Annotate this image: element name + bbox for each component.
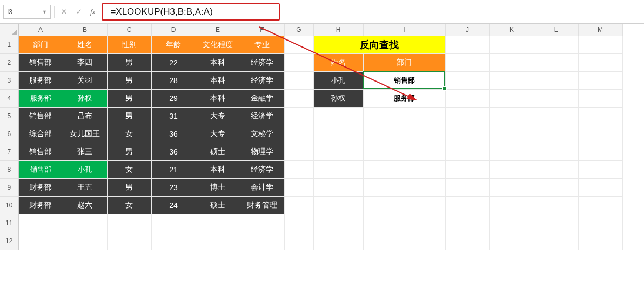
cell[interactable] — [63, 214, 107, 232]
cell[interactable]: 36 — [151, 125, 196, 143]
select-all-corner[interactable] — [0, 24, 18, 36]
cell[interactable]: 28 — [151, 71, 196, 89]
row-header[interactable]: 4 — [0, 89, 18, 107]
table-header-cell[interactable]: 文化程度 — [196, 36, 240, 53]
cell[interactable] — [107, 232, 151, 250]
cell[interactable]: 博士 — [196, 178, 240, 196]
col-header[interactable]: F — [240, 24, 284, 36]
cell[interactable]: 29 — [151, 89, 196, 107]
cell[interactable] — [284, 53, 313, 71]
cell[interactable] — [534, 125, 578, 143]
cell[interactable] — [151, 232, 196, 250]
cell[interactable] — [284, 107, 313, 125]
row-header[interactable]: 5 — [0, 107, 18, 125]
cell[interactable] — [578, 71, 622, 89]
cell[interactable] — [534, 71, 578, 89]
cell[interactable] — [284, 232, 313, 250]
cell[interactable] — [489, 143, 534, 160]
cell[interactable] — [363, 107, 445, 125]
row-header[interactable]: 12 — [0, 232, 18, 250]
cell[interactable]: 服务部 — [18, 71, 63, 89]
cell[interactable]: 销售部 — [18, 53, 63, 71]
cell[interactable] — [284, 214, 313, 232]
cell[interactable] — [196, 232, 240, 250]
cell[interactable] — [534, 36, 578, 53]
cell[interactable] — [489, 36, 534, 53]
cell[interactable]: 大专 — [196, 125, 240, 143]
cell[interactable] — [489, 214, 534, 232]
cell[interactable] — [445, 125, 489, 143]
cell[interactable] — [284, 36, 313, 53]
cell[interactable]: 文秘学 — [240, 125, 284, 143]
cell[interactable] — [445, 232, 489, 250]
cell[interactable]: 女 — [107, 196, 151, 214]
cell[interactable]: 硕士 — [196, 196, 240, 214]
cell[interactable] — [578, 214, 622, 232]
cell[interactable] — [18, 214, 63, 232]
cell[interactable] — [313, 107, 363, 125]
cell[interactable] — [445, 107, 489, 125]
cell[interactable] — [489, 71, 534, 89]
cell[interactable] — [534, 232, 578, 250]
cell[interactable] — [284, 160, 313, 178]
cell[interactable]: 李四 — [63, 53, 107, 71]
cell[interactable]: 服务部 — [18, 89, 63, 107]
sheet-viewport[interactable]: A B C D E F G H I J K L M 1部门姓名性别年龄文化程度专… — [0, 24, 644, 250]
cell[interactable] — [445, 53, 489, 71]
cell[interactable] — [363, 196, 445, 214]
cell[interactable] — [534, 160, 578, 178]
cell[interactable] — [363, 214, 445, 232]
row-header[interactable]: 10 — [0, 196, 18, 214]
lookup-result[interactable]: 服务部 — [363, 89, 445, 107]
cell[interactable] — [534, 53, 578, 71]
cell[interactable]: 31 — [151, 107, 196, 125]
lookup-name[interactable]: 小孔 — [313, 71, 363, 89]
col-header[interactable]: I — [363, 24, 445, 36]
cell[interactable]: 24 — [151, 196, 196, 214]
lookup-result-selected[interactable]: 销售部 — [363, 71, 445, 89]
cell[interactable] — [534, 196, 578, 214]
cell[interactable] — [363, 232, 445, 250]
cell[interactable] — [578, 89, 622, 107]
cell[interactable]: 女 — [107, 160, 151, 178]
cell[interactable] — [445, 36, 489, 53]
cell[interactable]: 关羽 — [63, 71, 107, 89]
cell[interactable] — [534, 178, 578, 196]
cell[interactable]: 会计学 — [240, 178, 284, 196]
cell[interactable] — [445, 89, 489, 107]
cell[interactable] — [445, 178, 489, 196]
cell[interactable] — [284, 143, 313, 160]
cell[interactable] — [363, 125, 445, 143]
cell[interactable]: 硕士 — [196, 143, 240, 160]
cell[interactable]: 本科 — [196, 71, 240, 89]
cell[interactable]: 销售部 — [18, 107, 63, 125]
cell[interactable] — [578, 160, 622, 178]
row-header[interactable]: 11 — [0, 214, 18, 232]
cell[interactable] — [240, 232, 284, 250]
cell[interactable]: 本科 — [196, 160, 240, 178]
col-header[interactable]: B — [63, 24, 107, 36]
row-header[interactable]: 1 — [0, 36, 18, 53]
enter-icon[interactable]: ✓ — [73, 6, 85, 18]
cell[interactable]: 男 — [107, 53, 151, 71]
lookup-title[interactable]: 反向查找 — [313, 36, 445, 53]
cell[interactable] — [196, 214, 240, 232]
fx-icon[interactable]: fx — [88, 8, 97, 16]
col-header[interactable]: M — [578, 24, 622, 36]
cell[interactable]: 男 — [107, 89, 151, 107]
cell[interactable] — [284, 89, 313, 107]
col-header[interactable]: G — [284, 24, 313, 36]
cell[interactable] — [578, 107, 622, 125]
col-header[interactable]: A — [18, 24, 63, 36]
cell[interactable] — [578, 125, 622, 143]
cell[interactable]: 物理学 — [240, 143, 284, 160]
cell[interactable] — [534, 89, 578, 107]
col-header[interactable]: K — [489, 24, 534, 36]
cell[interactable] — [578, 53, 622, 71]
col-header[interactable]: L — [534, 24, 578, 36]
cell[interactable]: 综合部 — [18, 125, 63, 143]
cell[interactable] — [445, 196, 489, 214]
cell[interactable] — [313, 196, 363, 214]
cell[interactable]: 男 — [107, 71, 151, 89]
cell[interactable] — [578, 143, 622, 160]
